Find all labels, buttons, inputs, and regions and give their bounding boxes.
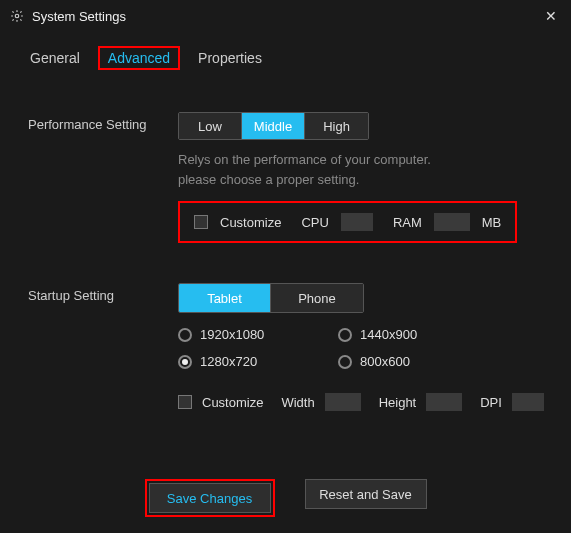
startup-customize-label: Customize — [202, 395, 263, 410]
window-title: System Settings — [32, 9, 126, 24]
startup-section: Startup Setting Tablet Phone 1920x1080 1… — [28, 283, 543, 411]
button-bar: Save Changes Reset and Save — [0, 479, 571, 517]
svg-point-0 — [15, 14, 19, 18]
performance-hint-line1: Relys on the performance of your compute… — [178, 152, 431, 167]
performance-hint-line2: please choose a proper setting. — [178, 172, 359, 187]
reset-button[interactable]: Reset and Save — [305, 479, 427, 509]
radio-icon — [178, 355, 192, 369]
resolution-800x600[interactable]: 800x600 — [338, 354, 478, 369]
cpu-label: CPU — [301, 215, 328, 230]
startup-customize-checkbox[interactable] — [178, 395, 192, 409]
cpu-input[interactable] — [341, 213, 373, 231]
perf-high-button[interactable]: High — [305, 113, 368, 139]
tab-general[interactable]: General — [30, 50, 80, 66]
startup-phone-button[interactable]: Phone — [271, 284, 363, 312]
resolution-1920x1080[interactable]: 1920x1080 — [178, 327, 318, 342]
perf-customize-checkbox[interactable] — [194, 215, 208, 229]
height-label: Height — [379, 395, 417, 410]
resolution-1280x720[interactable]: 1280x720 — [178, 354, 318, 369]
resolution-label: 1920x1080 — [200, 327, 264, 342]
close-icon[interactable]: ✕ — [541, 6, 561, 26]
startup-segmented: Tablet Phone — [178, 283, 364, 313]
ram-label: RAM — [393, 215, 422, 230]
resolution-row-2: 1280x720 800x600 — [178, 354, 544, 369]
startup-tablet-button[interactable]: Tablet — [179, 284, 271, 312]
tab-advanced[interactable]: Advanced — [108, 50, 170, 66]
mb-label: MB — [482, 215, 502, 230]
performance-hint: Relys on the performance of your compute… — [178, 150, 543, 189]
radio-icon — [338, 328, 352, 342]
width-label: Width — [281, 395, 314, 410]
highlight-advanced-tab: Advanced — [98, 46, 180, 70]
resolution-row-1: 1920x1080 1440x900 — [178, 327, 544, 342]
width-input[interactable] — [325, 393, 361, 411]
radio-icon — [178, 328, 192, 342]
perf-middle-button[interactable]: Middle — [242, 113, 305, 139]
resolution-1440x900[interactable]: 1440x900 — [338, 327, 478, 342]
startup-label: Startup Setting — [28, 283, 178, 411]
save-button[interactable]: Save Changes — [149, 483, 271, 513]
ram-input[interactable] — [434, 213, 470, 231]
resolution-label: 1440x900 — [360, 327, 417, 342]
resolution-label: 800x600 — [360, 354, 410, 369]
titlebar: System Settings ✕ — [0, 0, 571, 32]
performance-segmented: Low Middle High — [178, 112, 369, 140]
startup-customize-row: Customize Width Height DPI — [178, 393, 544, 411]
dpi-input[interactable] — [512, 393, 544, 411]
performance-label: Performance Setting — [28, 112, 178, 243]
reset-button-wrap: Reset and Save — [305, 479, 427, 517]
performance-section: Performance Setting Low Middle High Rely… — [28, 112, 543, 243]
perf-customize-label: Customize — [220, 215, 281, 230]
resolution-label: 1280x720 — [200, 354, 257, 369]
height-input[interactable] — [426, 393, 462, 411]
dpi-label: DPI — [480, 395, 502, 410]
perf-low-button[interactable]: Low — [179, 113, 242, 139]
gear-icon — [10, 9, 24, 23]
radio-icon — [338, 355, 352, 369]
highlight-save-button: Save Changes — [145, 479, 275, 517]
tab-properties[interactable]: Properties — [198, 50, 262, 66]
highlight-perf-customize: Customize CPU RAM MB — [178, 201, 517, 243]
tabs: General Advanced Properties — [0, 32, 571, 76]
